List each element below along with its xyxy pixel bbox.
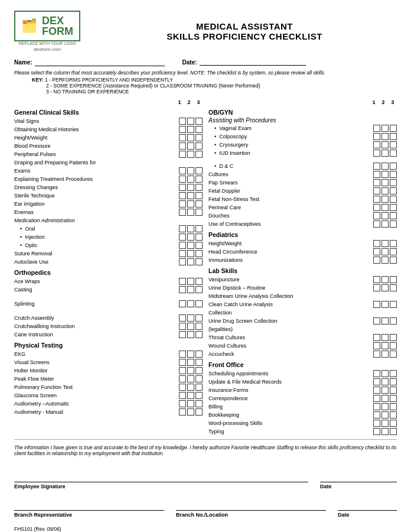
cb2[interactable] <box>381 276 389 283</box>
cb1[interactable] <box>179 250 186 257</box>
cb2[interactable] <box>381 187 389 194</box>
cb1[interactable] <box>179 351 186 358</box>
cb1[interactable] <box>179 225 186 232</box>
cb2[interactable] <box>381 196 389 203</box>
cb3[interactable] <box>390 395 397 402</box>
cb1[interactable] <box>373 403 380 410</box>
cb1[interactable] <box>373 351 380 358</box>
cb1[interactable] <box>373 420 380 427</box>
cb1[interactable] <box>373 370 380 377</box>
branch-no-line[interactable] <box>176 500 326 511</box>
cb3[interactable] <box>390 301 397 308</box>
cb2[interactable] <box>187 225 194 232</box>
cb1[interactable] <box>373 284 380 291</box>
cb3[interactable] <box>390 187 397 194</box>
cb3[interactable] <box>195 408 203 416</box>
cb1[interactable] <box>179 278 186 285</box>
cb1[interactable] <box>179 134 186 141</box>
cb2[interactable] <box>187 209 194 216</box>
cb1[interactable] <box>179 233 186 241</box>
cb2[interactable] <box>381 370 389 377</box>
cb1[interactable] <box>179 151 186 158</box>
cb2[interactable] <box>381 284 389 291</box>
cb3[interactable] <box>195 384 203 391</box>
cb3[interactable] <box>390 248 397 255</box>
cb1[interactable] <box>373 196 380 203</box>
cb1[interactable] <box>179 176 186 183</box>
cb1[interactable] <box>179 258 186 265</box>
cb1[interactable] <box>179 323 186 330</box>
cb3[interactable] <box>390 141 397 148</box>
cb2[interactable] <box>381 163 389 170</box>
date-sig-line[interactable] <box>320 472 397 482</box>
cb1[interactable] <box>373 411 380 419</box>
cb2[interactable] <box>381 125 389 132</box>
cb2[interactable] <box>381 171 389 178</box>
cb1[interactable] <box>179 375 186 382</box>
cb3[interactable] <box>195 250 203 257</box>
cb2[interactable] <box>187 314 194 322</box>
cb1[interactable] <box>373 317 380 325</box>
cb1[interactable] <box>179 167 186 174</box>
cb3[interactable] <box>195 225 203 232</box>
cb1[interactable] <box>179 384 186 391</box>
cb1[interactable] <box>373 301 380 308</box>
cb3[interactable] <box>195 151 203 158</box>
cb3[interactable] <box>390 284 397 291</box>
cb1[interactable] <box>373 240 380 247</box>
cb2[interactable] <box>187 134 194 141</box>
cb3[interactable] <box>390 387 397 394</box>
cb1[interactable] <box>373 276 380 283</box>
date-input[interactable] <box>200 59 306 66</box>
cb2[interactable] <box>187 367 194 374</box>
cb2[interactable] <box>187 151 194 158</box>
cb2[interactable] <box>187 384 194 391</box>
cb2[interactable] <box>381 220 389 228</box>
cb2[interactable] <box>381 179 389 186</box>
cb2[interactable] <box>381 334 389 341</box>
cb3[interactable] <box>195 323 203 330</box>
cb3[interactable] <box>390 428 397 435</box>
cb2[interactable] <box>187 323 194 330</box>
cb2[interactable] <box>187 233 194 241</box>
cb3[interactable] <box>390 150 397 157</box>
cb1[interactable] <box>373 141 380 148</box>
cb3[interactable] <box>195 359 203 366</box>
cb2[interactable] <box>187 250 194 257</box>
cb2[interactable] <box>187 142 194 150</box>
cb3[interactable] <box>390 196 397 203</box>
cb3[interactable] <box>195 392 203 399</box>
cb3[interactable] <box>390 171 397 178</box>
cb1[interactable] <box>373 204 380 211</box>
date2-sig-line[interactable] <box>338 500 397 511</box>
cb2[interactable] <box>187 242 194 249</box>
cb3[interactable] <box>390 220 397 228</box>
cb2[interactable] <box>381 150 389 157</box>
cb1[interactable] <box>373 257 380 264</box>
cb2[interactable] <box>187 126 194 133</box>
cb2[interactable] <box>187 300 194 307</box>
cb1[interactable] <box>373 334 380 341</box>
cb3[interactable] <box>195 258 203 265</box>
cb1[interactable] <box>179 367 186 374</box>
cb1[interactable] <box>373 395 380 402</box>
cb2[interactable] <box>187 118 194 125</box>
cb1[interactable] <box>179 209 186 216</box>
cb2[interactable] <box>381 411 389 419</box>
cb3[interactable] <box>195 134 203 141</box>
cb3[interactable] <box>390 212 397 219</box>
cb3[interactable] <box>195 300 203 307</box>
cb1[interactable] <box>179 400 186 407</box>
cb2[interactable] <box>187 278 194 285</box>
cb1[interactable] <box>373 248 380 255</box>
cb2[interactable] <box>381 301 389 308</box>
cb1[interactable] <box>179 184 186 191</box>
cb1[interactable] <box>373 428 380 435</box>
cb3[interactable] <box>195 278 203 285</box>
cb1[interactable] <box>373 342 380 349</box>
cb2[interactable] <box>381 387 389 394</box>
cb2[interactable] <box>381 420 389 427</box>
cb1[interactable] <box>373 179 380 186</box>
cb1[interactable] <box>373 163 380 170</box>
cb3[interactable] <box>390 276 397 283</box>
